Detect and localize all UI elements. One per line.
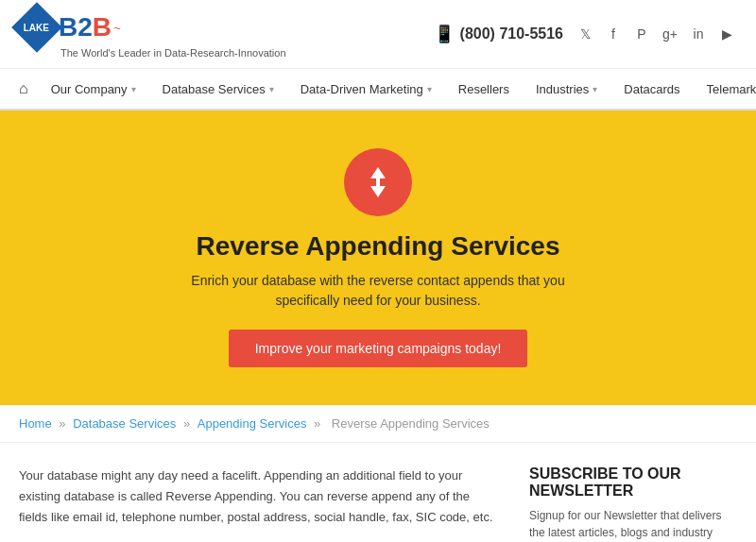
- facebook-icon[interactable]: f: [603, 24, 624, 44]
- subscribe-text: Signup for our Newsletter that delivers …: [529, 507, 737, 542]
- nav-our-company[interactable]: Our Company ▾: [38, 71, 149, 108]
- nav-database-services[interactable]: Database Services ▾: [149, 71, 287, 108]
- paragraph-1: Your database might any day need a facel…: [19, 466, 501, 528]
- nav-industries[interactable]: Industries ▾: [523, 71, 610, 108]
- nav-resellers[interactable]: Resellers: [445, 71, 523, 108]
- breadcrumb: Home » Database Services » Appending Ser…: [0, 405, 756, 443]
- logo-b2b-text: B2B: [59, 12, 112, 42]
- subscribe-title: SUBSCRIBE TO OUR NEWSLETTER: [529, 466, 737, 500]
- logo-diamond-text: LAKE: [24, 22, 49, 32]
- nav-data-driven-marketing[interactable]: Data-Driven Marketing ▾: [287, 71, 445, 108]
- hero-cta-button[interactable]: Improve your marketing campaigns today!: [229, 330, 528, 367]
- chevron-down-icon: ▾: [131, 84, 136, 94]
- nav-telemarketing[interactable]: Telemarketing: [694, 71, 756, 108]
- hero-subtitle: Enrich your database with the reverse co…: [189, 271, 567, 311]
- content-area: Your database might any day need a facel…: [0, 443, 756, 542]
- subscribe-box: SUBSCRIBE TO OUR NEWSLETTER Signup for o…: [529, 466, 737, 542]
- breadcrumb-separator: »: [314, 416, 324, 431]
- hero-icon: [344, 148, 412, 216]
- twitter-icon[interactable]: 𝕏: [575, 24, 595, 44]
- phone-icon: 📱: [434, 24, 455, 44]
- phone-number: (800) 710-5516: [460, 25, 563, 42]
- main-content: Your database might any day need a facel…: [19, 466, 501, 542]
- youtube-icon[interactable]: ▶: [716, 24, 737, 44]
- chevron-down-icon: ▾: [269, 84, 274, 94]
- svg-rect-2: [376, 177, 380, 188]
- social-icons: 𝕏 f P g+ in ▶: [575, 24, 737, 44]
- logo-tagline: The World's Leader in Data-Research-Inno…: [60, 47, 286, 59]
- logo-image: LAKE B2B ~: [19, 9, 286, 45]
- main-nav: ⌂ Our Company ▾ Database Services ▾ Data…: [0, 69, 756, 110]
- chevron-down-icon: ▾: [427, 84, 432, 94]
- breadcrumb-separator: »: [183, 416, 194, 431]
- breadcrumb-home[interactable]: Home: [19, 416, 52, 431]
- breadcrumb-current: Reverse Appending Services: [332, 416, 490, 431]
- google-plus-icon[interactable]: g+: [660, 24, 680, 44]
- pinterest-icon[interactable]: P: [631, 24, 652, 44]
- header-right: 📱 (800) 710-5516 𝕏 f P g+ in ▶: [434, 24, 737, 44]
- sidebar: SUBSCRIBE TO OUR NEWSLETTER Signup for o…: [529, 466, 737, 542]
- nav-home[interactable]: ⌂: [9, 69, 38, 109]
- nav-datacards[interactable]: Datacards: [610, 71, 693, 108]
- logo-accent: ~: [113, 21, 121, 35]
- phone-area: 📱 (800) 710-5516: [434, 24, 563, 44]
- breadcrumb-database-services[interactable]: Database Services: [73, 416, 176, 431]
- logo-area: LAKE B2B ~ The World's Leader in Data-Re…: [19, 9, 286, 59]
- breadcrumb-appending-services[interactable]: Appending Services: [198, 416, 307, 431]
- linkedin-icon[interactable]: in: [688, 24, 709, 44]
- header: LAKE B2B ~ The World's Leader in Data-Re…: [0, 0, 756, 69]
- breadcrumb-separator: »: [59, 416, 69, 431]
- chevron-down-icon: ▾: [593, 84, 597, 94]
- hero-section: Reverse Appending Services Enrich your d…: [0, 110, 756, 405]
- arrows-icon: [359, 163, 397, 201]
- hero-title: Reverse Appending Services: [197, 231, 560, 262]
